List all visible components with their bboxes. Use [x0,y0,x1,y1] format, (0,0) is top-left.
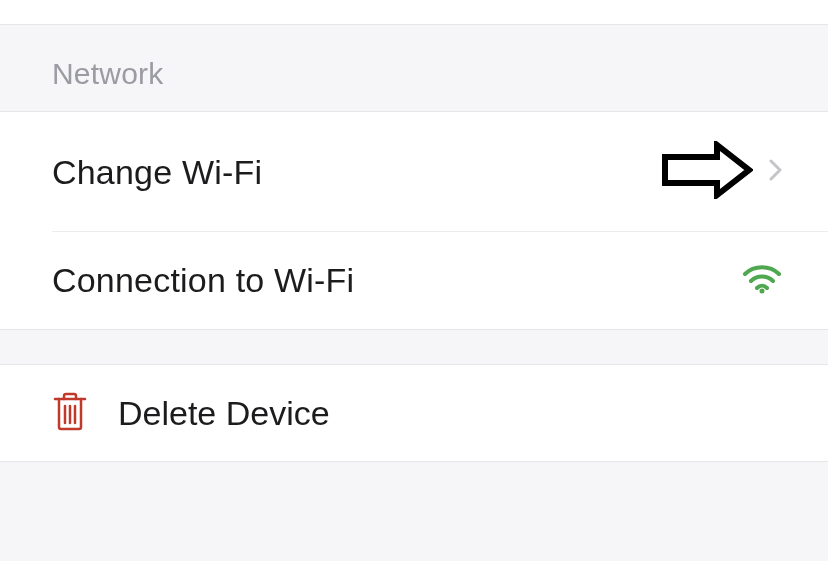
svg-point-0 [760,288,765,293]
connection-wifi-accessory [742,264,782,298]
network-list: Change Wi-Fi Connection to Wi-Fi [0,111,828,330]
bottom-gap [0,462,828,522]
change-wifi-row[interactable]: Change Wi-Fi [0,112,828,232]
wifi-icon [742,264,782,298]
chevron-right-icon [769,159,782,185]
network-section-header: Network [0,25,828,111]
change-wifi-label: Change Wi-Fi [52,153,661,192]
top-bar [0,0,828,25]
arrow-right-icon [661,141,753,203]
delete-device-label: Delete Device [118,394,330,433]
delete-device-row[interactable]: Delete Device [0,364,828,462]
trash-icon [52,391,88,435]
section-title: Network [52,57,163,90]
connection-wifi-label: Connection to Wi-Fi [52,261,742,300]
connection-wifi-row[interactable]: Connection to Wi-Fi [0,232,828,329]
change-wifi-accessory [661,141,782,203]
section-gap [0,330,828,364]
